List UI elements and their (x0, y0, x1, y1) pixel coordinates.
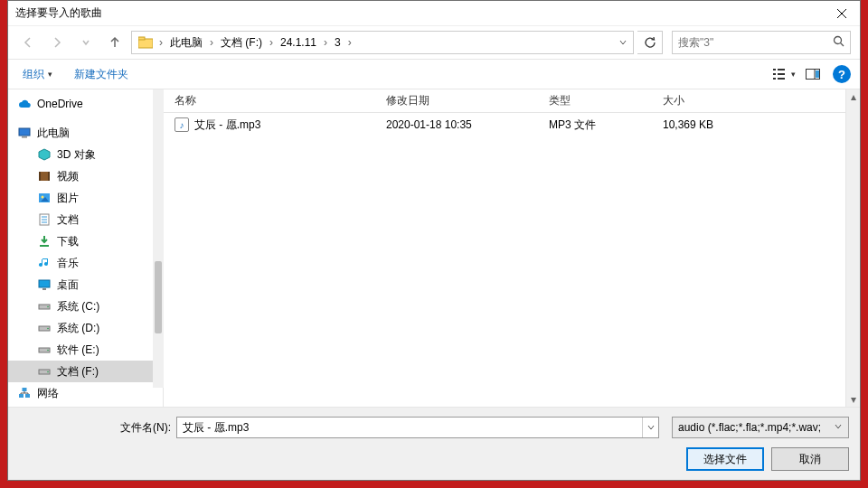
chevron-right-icon: › (322, 36, 329, 49)
back-button[interactable] (15, 30, 41, 55)
cancel-button[interactable]: 取消 (771, 447, 849, 471)
up-button[interactable] (102, 30, 127, 55)
breadcrumb-dropdown[interactable] (615, 32, 631, 53)
crumb-3[interactable]: 3 (329, 32, 346, 53)
tree-item[interactable]: OneDrive (8, 93, 163, 115)
breadcrumb-field[interactable]: › 此电脑 › 文档 (F:) › 24.1.11 › 3 › (131, 31, 634, 54)
tree-item-label: 软件 (E:) (57, 343, 99, 358)
tree-item-label: 网络 (37, 386, 59, 401)
file-name: 艾辰 - 愿.mp3 (194, 118, 260, 131)
file-size: 10,369 KB (656, 118, 764, 131)
search-input[interactable] (678, 36, 833, 49)
filename-field[interactable] (176, 417, 659, 438)
tree-scrollbar[interactable] (153, 89, 164, 388)
net-icon (17, 386, 32, 400)
desktop-icon (37, 277, 52, 292)
scroll-up-icon[interactable]: ▴ (846, 89, 860, 104)
file-type: MP3 文件 (542, 117, 656, 133)
tree-item[interactable]: 文档 (8, 209, 163, 230)
tree-item-label: 系统 (D:) (57, 321, 99, 336)
tree-item-label: 文档 (57, 212, 79, 228)
organize-label: 组织 (23, 67, 44, 82)
organize-menu[interactable]: 组织 ▾ (17, 65, 58, 84)
svg-point-34 (47, 328, 49, 330)
col-date[interactable]: 修改日期 (379, 93, 542, 108)
svg-rect-39 (19, 394, 24, 398)
body-split: OneDrive此电脑3D 对象视频图片文档下载音乐桌面系统 (C:)系统 (D… (8, 89, 860, 407)
scroll-down-icon[interactable]: ▾ (846, 392, 860, 407)
col-size[interactable]: 大小 (656, 93, 764, 108)
filename-input[interactable] (177, 421, 642, 434)
video-icon (37, 169, 52, 183)
column-headers: 名称 修改日期 类型 大小 (164, 89, 860, 113)
new-folder-button[interactable]: 新建文件夹 (69, 65, 134, 84)
tree-item[interactable]: 图片 (8, 187, 163, 209)
file-row[interactable]: ♪艾辰 - 愿.mp32020-01-18 10:35MP3 文件10,369 … (164, 113, 860, 136)
music-icon (37, 256, 52, 270)
svg-rect-7 (778, 69, 785, 70)
tree-item[interactable]: 下载 (8, 230, 163, 252)
svg-rect-14 (816, 70, 819, 78)
recent-dropdown[interactable] (73, 30, 99, 55)
scroll-thumb[interactable] (155, 261, 162, 333)
download-icon (37, 234, 52, 249)
dialog-title: 选择要导入的歌曲 (8, 5, 824, 21)
tree-item-label: 文档 (F:) (57, 364, 99, 380)
crumb-0[interactable]: 此电脑 (165, 32, 208, 53)
tree-item[interactable]: 视频 (8, 165, 163, 187)
vertical-scrollbar[interactable]: ▴ ▾ (845, 89, 860, 407)
col-type[interactable]: 类型 (542, 93, 656, 108)
preview-pane-button[interactable] (800, 63, 826, 85)
drive-icon (37, 343, 52, 357)
crumb-2[interactable]: 24.1.11 (275, 32, 322, 53)
tree-item-label: 音乐 (57, 256, 79, 271)
tree-item[interactable]: 音乐 (8, 252, 163, 274)
svg-point-22 (42, 196, 44, 199)
open-button[interactable]: 选择文件 (686, 447, 764, 471)
preview-pane-icon (806, 69, 820, 80)
tree-item[interactable]: 网络 (8, 382, 163, 404)
tree-item[interactable]: 此电脑 (8, 122, 163, 144)
svg-rect-19 (39, 172, 41, 181)
help-button[interactable]: ? (833, 65, 851, 83)
audio-file-icon: ♪ (175, 117, 189, 132)
svg-point-4 (835, 37, 842, 44)
filetype-filter[interactable]: audio (*.flac;*.fla;*.mp4;*.wav; (672, 417, 849, 438)
svg-rect-30 (42, 288, 46, 290)
tree-item[interactable]: 文档 (F:) (8, 361, 163, 382)
filename-label: 文件名(N): (19, 420, 171, 436)
tree-item[interactable]: 系统 (C:) (8, 296, 163, 317)
filter-label: audio (*.flac;*.fla;*.mp4;*.wav; (678, 421, 821, 434)
tree-item-label: 视频 (57, 169, 79, 184)
refresh-button[interactable] (637, 31, 663, 54)
svg-point-32 (47, 306, 49, 308)
cloud-icon (17, 97, 32, 111)
svg-point-36 (47, 350, 49, 352)
tree-item[interactable]: 3D 对象 (8, 144, 163, 165)
tree-item[interactable]: 软件 (E:) (8, 339, 163, 361)
tree-item-label: 图片 (57, 191, 79, 206)
tree-item-label: 此电脑 (37, 126, 70, 141)
svg-marker-17 (39, 149, 50, 160)
obj3d-icon (37, 147, 52, 162)
svg-rect-3 (138, 37, 145, 40)
nav-tree[interactable]: OneDrive此电脑3D 对象视频图片文档下载音乐桌面系统 (C:)系统 (D… (8, 89, 164, 407)
close-button[interactable] (824, 1, 860, 26)
chevron-down-icon (834, 421, 843, 434)
svg-rect-41 (23, 388, 27, 391)
tree-item[interactable]: 桌面 (8, 274, 163, 296)
svg-rect-20 (48, 172, 50, 181)
cancel-button-label: 取消 (799, 452, 821, 467)
refresh-icon (644, 36, 656, 49)
crumb-1[interactable]: 文档 (F:) (215, 32, 268, 53)
view-options-button[interactable]: ▾ (771, 63, 797, 85)
tree-item[interactable]: 系统 (D:) (8, 317, 163, 339)
file-list: 名称 修改日期 类型 大小 ♪艾辰 - 愿.mp32020-01-18 10:3… (164, 89, 860, 407)
svg-point-38 (47, 371, 49, 373)
chevron-right-icon: › (208, 36, 215, 49)
forward-button[interactable] (44, 30, 70, 55)
col-name[interactable]: 名称 (164, 93, 379, 108)
search-field[interactable] (672, 31, 851, 54)
svg-rect-10 (773, 78, 776, 80)
filename-dropdown[interactable] (642, 418, 658, 437)
